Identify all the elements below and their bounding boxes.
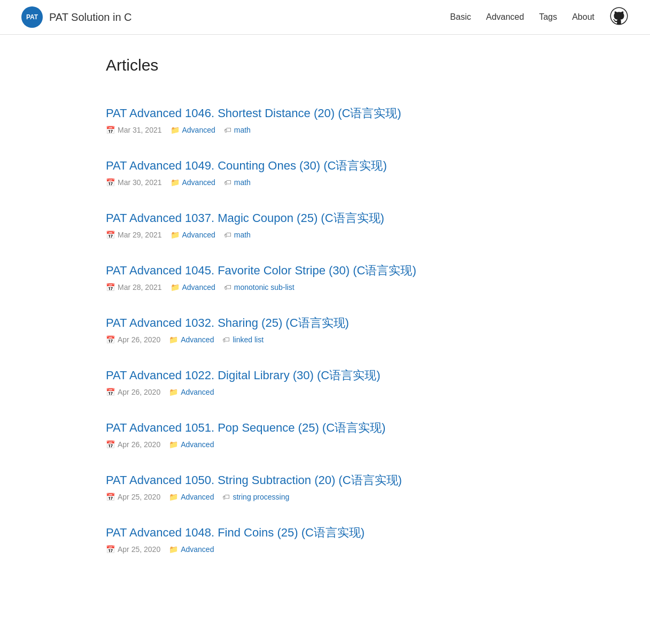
category-link[interactable]: Advanced	[181, 388, 214, 396]
article-title-link[interactable]: PAT Advanced 1048. Find Coins (25) (C语言实…	[106, 525, 544, 541]
calendar-icon: 📅	[106, 388, 115, 396]
article-meta: 📅Apr 26, 2020📁Advanced🏷linked list	[106, 335, 544, 344]
calendar-icon: 📅	[106, 126, 115, 134]
article-category: 📁Advanced	[171, 231, 215, 239]
article-title-link[interactable]: PAT Advanced 1051. Pop Sequence (25) (C语…	[106, 420, 544, 436]
article-category: 📁Advanced	[171, 178, 215, 187]
article-meta: 📅Apr 25, 2020📁Advanced	[106, 545, 544, 554]
github-link[interactable]	[609, 6, 629, 28]
site-header: PAT PAT Solution in C Basic Advanced Tag…	[0, 0, 650, 35]
tag-icon: 🏷	[224, 231, 231, 239]
article-meta: 📅Mar 31, 2021📁Advanced🏷math	[106, 126, 544, 134]
article-tag: 🏷monotonic sub-list	[224, 283, 295, 292]
calendar-icon: 📅	[106, 440, 115, 449]
calendar-icon: 📅	[106, 283, 115, 292]
article-title-link[interactable]: PAT Advanced 1045. Favorite Color Stripe…	[106, 263, 544, 279]
article-date: 📅Apr 25, 2020	[106, 493, 160, 501]
article-category: 📁Advanced	[171, 283, 215, 292]
tag-icon: 🏷	[224, 126, 231, 134]
folder-icon: 📁	[169, 335, 178, 344]
article-date: 📅Apr 26, 2020	[106, 440, 160, 449]
article-meta: 📅Apr 25, 2020📁Advanced🏷string processing	[106, 493, 544, 501]
article-item: PAT Advanced 1045. Favorite Color Stripe…	[106, 251, 544, 303]
tag-link[interactable]: math	[234, 231, 251, 239]
article-category: 📁Advanced	[169, 493, 214, 501]
article-category: 📁Advanced	[169, 335, 214, 344]
article-category: 📁Advanced	[169, 545, 214, 554]
article-item: PAT Advanced 1049. Counting Ones (30) (C…	[106, 146, 544, 198]
article-item: PAT Advanced 1022. Digital Library (30) …	[106, 356, 544, 408]
header-logo-area: PAT PAT Solution in C	[21, 6, 132, 28]
folder-icon: 📁	[171, 231, 180, 239]
article-tag: 🏷math	[224, 126, 251, 134]
article-title-link[interactable]: PAT Advanced 1022. Digital Library (30) …	[106, 367, 544, 384]
folder-icon: 📁	[169, 545, 178, 554]
folder-icon: 📁	[169, 440, 178, 449]
article-tag: 🏷string processing	[222, 493, 289, 501]
article-date: 📅Mar 29, 2021	[106, 231, 162, 239]
main-content: Articles PAT Advanced 1046. Shortest Dis…	[84, 35, 566, 587]
calendar-icon: 📅	[106, 335, 115, 344]
article-list: PAT Advanced 1046. Shortest Distance (20…	[106, 94, 544, 565]
article-meta: 📅Apr 26, 2020📁Advanced	[106, 440, 544, 449]
tag-icon: 🏷	[222, 493, 230, 501]
article-title-link[interactable]: PAT Advanced 1037. Magic Coupon (25) (C语…	[106, 210, 544, 226]
nav-about[interactable]: About	[572, 12, 594, 22]
article-item: PAT Advanced 1046. Shortest Distance (20…	[106, 94, 544, 146]
folder-icon: 📁	[171, 283, 180, 292]
article-tag: 🏷linked list	[222, 335, 264, 344]
category-link[interactable]: Advanced	[181, 440, 214, 449]
main-nav: Basic Advanced Tags About	[450, 6, 629, 28]
site-logo: PAT	[21, 6, 43, 28]
github-icon	[609, 6, 629, 26]
article-title-link[interactable]: PAT Advanced 1050. String Subtraction (2…	[106, 472, 544, 488]
category-link[interactable]: Advanced	[182, 283, 215, 292]
nav-advanced[interactable]: Advanced	[486, 12, 524, 22]
folder-icon: 📁	[171, 126, 180, 134]
article-title-link[interactable]: PAT Advanced 1049. Counting Ones (30) (C…	[106, 158, 544, 174]
article-date: 📅Mar 30, 2021	[106, 178, 162, 187]
folder-icon: 📁	[171, 178, 180, 187]
article-meta: 📅Mar 30, 2021📁Advanced🏷math	[106, 178, 544, 187]
article-date: 📅Apr 26, 2020	[106, 388, 160, 396]
article-item: PAT Advanced 1050. String Subtraction (2…	[106, 461, 544, 513]
article-tag: 🏷math	[224, 231, 251, 239]
article-meta: 📅Mar 29, 2021📁Advanced🏷math	[106, 231, 544, 239]
article-category: 📁Advanced	[169, 440, 214, 449]
article-title-link[interactable]: PAT Advanced 1032. Sharing (25) (C语言实现)	[106, 315, 544, 331]
article-meta: 📅Mar 28, 2021📁Advanced🏷monotonic sub-lis…	[106, 283, 544, 292]
category-link[interactable]: Advanced	[182, 178, 215, 187]
category-link[interactable]: Advanced	[182, 126, 215, 134]
nav-tags[interactable]: Tags	[539, 12, 557, 22]
tag-link[interactable]: linked list	[233, 335, 264, 344]
tag-link[interactable]: string processing	[233, 493, 289, 501]
category-link[interactable]: Advanced	[182, 231, 215, 239]
article-date: 📅Mar 31, 2021	[106, 126, 162, 134]
article-item: PAT Advanced 1032. Sharing (25) (C语言实现)📅…	[106, 303, 544, 356]
category-link[interactable]: Advanced	[181, 545, 214, 554]
tag-icon: 🏷	[224, 178, 231, 187]
tag-link[interactable]: math	[234, 178, 251, 187]
calendar-icon: 📅	[106, 231, 115, 239]
article-date: 📅Mar 28, 2021	[106, 283, 162, 292]
article-item: PAT Advanced 1048. Find Coins (25) (C语言实…	[106, 513, 544, 565]
category-link[interactable]: Advanced	[181, 335, 214, 344]
page-heading: Articles	[106, 56, 544, 74]
tag-icon: 🏷	[224, 283, 231, 292]
category-link[interactable]: Advanced	[181, 493, 214, 501]
calendar-icon: 📅	[106, 545, 115, 554]
article-tag: 🏷math	[224, 178, 251, 187]
article-date: 📅Apr 25, 2020	[106, 545, 160, 554]
article-category: 📁Advanced	[171, 126, 215, 134]
tag-link[interactable]: math	[234, 126, 251, 134]
article-title-link[interactable]: PAT Advanced 1046. Shortest Distance (20…	[106, 105, 544, 121]
folder-icon: 📁	[169, 493, 178, 501]
site-title: PAT Solution in C	[49, 11, 132, 24]
nav-basic[interactable]: Basic	[450, 12, 471, 22]
article-item: PAT Advanced 1037. Magic Coupon (25) (C语…	[106, 198, 544, 251]
folder-icon: 📁	[169, 388, 178, 396]
tag-link[interactable]: monotonic sub-list	[234, 283, 295, 292]
article-category: 📁Advanced	[169, 388, 214, 396]
article-item: PAT Advanced 1051. Pop Sequence (25) (C语…	[106, 408, 544, 461]
article-date: 📅Apr 26, 2020	[106, 335, 160, 344]
